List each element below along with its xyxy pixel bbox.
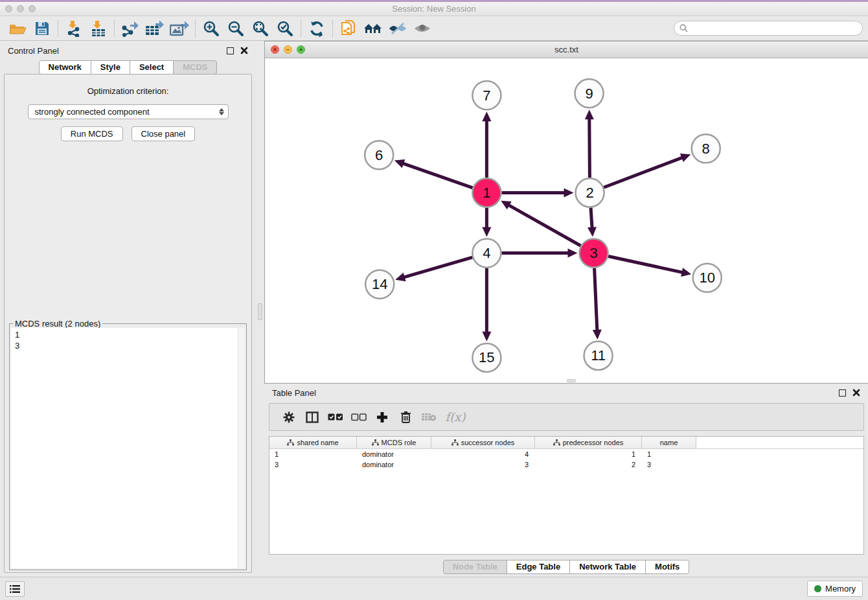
cell-MCDS-role[interactable]: dominator xyxy=(357,450,431,458)
export-table-icon xyxy=(145,20,165,37)
cell-shared-name[interactable]: 1 xyxy=(269,450,357,458)
tab-edge-table[interactable]: Edge Table xyxy=(507,560,570,574)
deselect-all-button[interactable] xyxy=(347,406,371,428)
cell-successor-nodes[interactable]: 4 xyxy=(431,450,535,458)
column-header-name[interactable]: name xyxy=(642,437,696,448)
function-builder-button[interactable]: f(x) xyxy=(440,406,470,428)
node-label-14: 14 xyxy=(372,276,387,292)
tab-select[interactable]: Select xyxy=(130,60,174,75)
cell-name[interactable]: 1 xyxy=(642,450,696,458)
edge-4-14[interactable] xyxy=(404,257,473,277)
show-eye-button[interactable] xyxy=(410,18,435,39)
table-panel: Table Panel xyxy=(264,384,868,577)
zoom-fit-icon xyxy=(252,20,269,37)
control-panel-title: Control Panel xyxy=(8,46,59,56)
close-panel-icon[interactable] xyxy=(240,47,248,54)
edge-3-10[interactable] xyxy=(608,256,683,272)
edge-arrowhead xyxy=(395,273,405,281)
edge-2-9[interactable] xyxy=(589,118,590,178)
cell-shared-name[interactable]: 3 xyxy=(269,461,357,468)
node-label-7: 7 xyxy=(483,87,490,104)
tab-style[interactable]: Style xyxy=(91,60,130,75)
export-table-button[interactable] xyxy=(143,18,167,39)
criterion-dropdown[interactable]: strongly connected component xyxy=(28,104,229,119)
open-session-button[interactable] xyxy=(5,18,30,39)
panel-splitter[interactable] xyxy=(256,41,264,577)
close-panel-button[interactable]: Close panel xyxy=(131,126,196,141)
app-title: Session: New Session xyxy=(392,4,475,14)
delete-button[interactable] xyxy=(394,406,417,428)
tab-node-table[interactable]: Node Table xyxy=(443,560,507,574)
cell-name[interactable]: 3 xyxy=(642,461,696,468)
edge-3-11[interactable] xyxy=(595,268,597,331)
table-row[interactable]: 3dominator323 xyxy=(269,459,863,470)
edge-3-1[interactable] xyxy=(508,205,581,246)
dropdown-stepper-icon xyxy=(219,108,224,115)
select-all-button[interactable] xyxy=(324,406,347,428)
table-panel-title: Table Panel xyxy=(272,388,316,398)
network-window-titlebar[interactable]: scc.txt × − + xyxy=(265,41,868,58)
close-window-icon[interactable] xyxy=(5,5,12,12)
hide-eye-button[interactable] xyxy=(385,18,410,39)
network-document-icon xyxy=(340,19,357,38)
splitter-handle[interactable] xyxy=(258,303,262,320)
float-panel-icon[interactable] xyxy=(227,47,234,54)
memory-button[interactable]: Memory xyxy=(807,581,863,597)
zoom-out-button[interactable] xyxy=(223,18,248,39)
zoom-out-icon xyxy=(227,20,244,37)
table-panel-header: Table Panel xyxy=(264,384,868,402)
cell-MCDS-role[interactable]: dominator xyxy=(357,461,431,468)
window-controls-inactive[interactable] xyxy=(5,5,36,12)
column-header-MCDS-role[interactable]: MCDS role xyxy=(357,437,431,448)
edge-1-6[interactable] xyxy=(402,163,473,188)
task-history-button[interactable] xyxy=(5,581,25,597)
node-table[interactable]: shared nameMCDS rolesuccessor nodesprede… xyxy=(269,436,864,555)
search-box[interactable] xyxy=(674,21,863,36)
home-button[interactable] xyxy=(361,18,385,39)
column-tree-icon xyxy=(287,439,294,446)
result-scrollbar[interactable] xyxy=(238,328,245,568)
cell-predecessor-nodes[interactable]: 1 xyxy=(535,450,642,458)
settings-gear-button[interactable] xyxy=(277,406,301,428)
column-label: predecessor nodes xyxy=(563,439,624,446)
cell-successor-nodes[interactable]: 3 xyxy=(431,461,535,468)
table-row[interactable]: 1dominator411 xyxy=(269,449,863,459)
add-column-button[interactable] xyxy=(371,406,394,428)
zoom-selected-icon xyxy=(277,20,293,37)
import-network-button[interactable] xyxy=(62,18,86,39)
network-document-button[interactable] xyxy=(336,18,361,39)
edge-2-3[interactable] xyxy=(591,207,592,228)
zoom-in-button[interactable] xyxy=(199,18,223,39)
cell-predecessor-nodes[interactable]: 2 xyxy=(535,461,642,468)
column-header-predecessor-nodes[interactable]: predecessor nodes xyxy=(535,437,642,448)
canvas-resize-grip[interactable] xyxy=(567,379,576,382)
refresh-layout-button[interactable] xyxy=(304,18,329,39)
import-table-button[interactable] xyxy=(86,18,111,39)
minimize-window-icon[interactable] xyxy=(17,5,24,12)
split-columns-button[interactable] xyxy=(301,406,324,428)
maximize-window-icon[interactable] xyxy=(29,5,36,12)
tab-motifs[interactable]: Motifs xyxy=(645,560,689,574)
column-header-shared-name[interactable]: shared name xyxy=(269,437,357,448)
mcds-result-text[interactable]: 13 xyxy=(11,328,238,568)
float-table-panel-icon[interactable] xyxy=(839,389,846,397)
edge-arrowhead xyxy=(593,330,602,340)
tab-network[interactable]: Network xyxy=(39,60,91,75)
delete-table-button[interactable] xyxy=(417,406,440,428)
network-canvas[interactable]: 7968124314101511 xyxy=(265,58,868,383)
edge-2-8[interactable] xyxy=(604,157,683,187)
zoom-fit-button[interactable] xyxy=(248,18,273,39)
close-table-panel-icon[interactable] xyxy=(852,389,860,397)
run-mcds-button[interactable]: Run MCDS xyxy=(61,126,123,141)
tab-mcds[interactable]: MCDS xyxy=(173,60,217,75)
network-graph[interactable]: 7968124314101511 xyxy=(265,58,868,383)
save-session-button[interactable] xyxy=(30,18,54,39)
search-input[interactable] xyxy=(691,24,857,33)
export-network-button[interactable] xyxy=(118,18,143,39)
deselect-all-icon xyxy=(351,413,367,421)
export-image-button[interactable] xyxy=(167,18,192,39)
column-label: shared name xyxy=(297,439,338,446)
column-header-successor-nodes[interactable]: successor nodes xyxy=(431,437,535,448)
zoom-selected-button[interactable] xyxy=(273,18,297,39)
tab-network-table[interactable]: Network Table xyxy=(569,560,646,574)
